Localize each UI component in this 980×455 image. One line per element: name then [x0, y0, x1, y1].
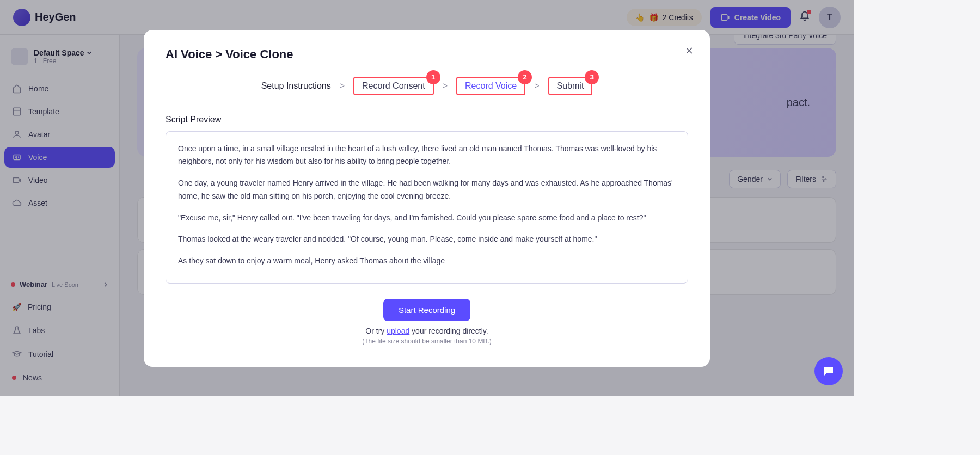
script-paragraph: Once upon a time, in a small village nes… — [178, 143, 676, 169]
upload-post: your recording directly. — [409, 327, 488, 335]
step-number-badge: 1 — [426, 70, 440, 84]
step-separator: > — [534, 81, 539, 91]
modal-title: AI Voice > Voice Clone — [166, 47, 688, 62]
step-separator: > — [340, 81, 345, 91]
script-paragraph: "Excuse me, sir," Henry called out. "I'v… — [178, 212, 676, 225]
step-setup: Setup Instructions — [261, 81, 331, 91]
start-recording-button[interactable]: Start Recording — [383, 299, 470, 321]
stepper: Setup Instructions > Record Consent 1 > … — [166, 77, 688, 95]
close-icon[interactable] — [684, 45, 695, 56]
chat-icon — [822, 365, 835, 378]
step-number-badge: 3 — [585, 70, 599, 84]
upload-alt-line: Or try upload your recording directly. — [166, 327, 688, 335]
step-record-consent[interactable]: Record Consent 1 — [353, 77, 434, 95]
modal-overlay: AI Voice > Voice Clone Setup Instruction… — [0, 0, 854, 396]
script-preview-box[interactable]: Once upon a time, in a small village nes… — [166, 131, 688, 284]
script-preview-heading: Script Preview — [166, 115, 688, 125]
step-label: Submit — [557, 81, 584, 90]
chat-fab[interactable] — [814, 357, 843, 385]
step-number-badge: 2 — [518, 70, 532, 84]
step-label: Record Consent — [362, 81, 425, 90]
step-record-voice[interactable]: Record Voice 2 — [456, 77, 525, 95]
start-recording-label: Start Recording — [399, 305, 455, 315]
step-separator: > — [443, 81, 448, 91]
upload-pre: Or try — [365, 327, 387, 335]
script-paragraph: Thomas looked at the weary traveler and … — [178, 233, 676, 246]
script-paragraph: One day, a young traveler named Henry ar… — [178, 177, 676, 203]
voice-clone-modal: AI Voice > Voice Clone Setup Instruction… — [144, 30, 710, 367]
step-label: Record Voice — [465, 81, 517, 90]
script-paragraph: As they sat down to enjoy a warm meal, H… — [178, 255, 676, 268]
upload-link[interactable]: upload — [387, 327, 409, 335]
upload-hint: (The file size should be smaller than 10… — [166, 337, 688, 345]
step-submit[interactable]: Submit 3 — [548, 77, 593, 95]
